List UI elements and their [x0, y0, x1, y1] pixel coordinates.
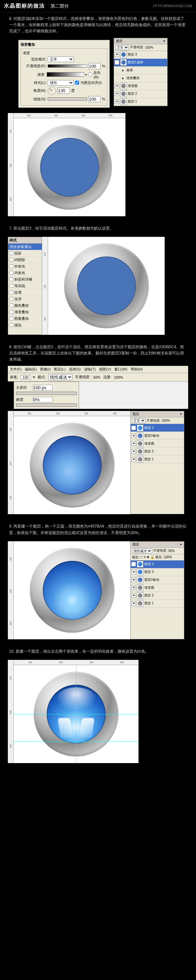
visibility-icon[interactable]: 👁 — [131, 449, 136, 454]
style-item[interactable]: 斜面和浮雕 — [8, 276, 42, 283]
visibility-icon[interactable]: 👁 — [131, 585, 136, 590]
layer-row[interactable]: ●渐变叠加 — [114, 75, 167, 82]
layers-panel-8: 图层▸ 正常不透明度:100% 👁图层 3👁图层3备份👁渐变圆👁图层 2👁图层 … — [130, 411, 184, 514]
menu-item[interactable]: 选择(S) — [69, 367, 81, 372]
align-check[interactable] — [75, 81, 79, 84]
reverse-check[interactable] — [88, 73, 92, 76]
style-item[interactable]: 纹理 — [8, 290, 42, 296]
opacity-input[interactable] — [88, 63, 100, 69]
layer-row[interactable]: 👁图层3备份 — [131, 432, 184, 440]
page-title: 水晶图标的做法 — [4, 3, 45, 8]
style-item[interactable]: 渐变叠加 — [8, 309, 42, 315]
layer-row[interactable]: 👁图层 1 — [131, 600, 184, 608]
brush-diameter-input[interactable] — [33, 385, 53, 390]
panel-menu-icon[interactable]: ▸ — [164, 39, 165, 43]
layer-row[interactable]: 👁图层 3 — [114, 51, 167, 59]
step6-text: 6. 对图层3副本添加一个图层样式，选择渐变叠加，渐变颜色为黑色到白色，参数见图… — [0, 13, 196, 38]
layer-row[interactable]: 👁渐变圆 — [131, 440, 184, 447]
visibility-icon[interactable]: 👁 — [131, 601, 136, 606]
menu-item[interactable]: 文件(F) — [10, 367, 22, 372]
guide-v — [76, 665, 76, 763]
visibility-icon[interactable]: 👁 — [115, 91, 119, 96]
visibility-icon[interactable]: 👁 — [115, 84, 119, 88]
opacity-slider[interactable] — [48, 64, 87, 68]
inner-circle-flat — [40, 138, 99, 197]
menu-item[interactable]: 滤镜(T) — [84, 367, 96, 372]
menu-item[interactable]: 编辑(E) — [25, 367, 37, 372]
layers-panel-6: 图层▸ 正常不透明度:100% 👁图层 3👁图层3 副本●效果●渐变叠加👁渐变圆… — [114, 38, 167, 106]
brush-mode-select[interactable]: 线性减淡 — [48, 374, 73, 380]
layer-row[interactable]: 👁图层 2 — [131, 447, 184, 455]
layer-row[interactable]: 👁图层 3 — [131, 568, 184, 576]
visibility-icon[interactable]: 👁 — [131, 426, 136, 430]
layer-row[interactable]: ●效果 — [114, 67, 167, 75]
style-select[interactable]: 线性 — [48, 80, 74, 86]
brush-size-btn[interactable]: 100 — [21, 375, 30, 380]
layer-row[interactable]: 👁图层 1 — [131, 455, 184, 463]
ruler-h: 100200300400 — [14, 113, 126, 118]
style-item[interactable]: 颜色叠加 — [8, 302, 42, 309]
step8-text: 8. 按住Ctrl键，点击图层3，选中这个选区。然后将前景色设置为这个图层的颜色… — [0, 341, 196, 366]
right-reflection — [80, 718, 94, 738]
step9-figure: 100200300 图层▸ 线性减淡不透明度:30% 锁定:□ ✎ ✚ 🔒填充:… — [8, 541, 184, 639]
visibility-icon[interactable]: 👁 — [131, 578, 136, 582]
visibility-icon[interactable]: 👁 — [131, 570, 136, 574]
layer-row[interactable]: 👁渐变圆 — [114, 82, 167, 90]
brush-popup: 主直径 硬度: — [14, 382, 79, 409]
style-item[interactable]: 描边 — [8, 322, 42, 329]
layer-style-list: 样式 混合选项:默认投影内阴影外发光内发光斜面和浮雕等高线纹理光泽颜色叠加渐变叠… — [8, 237, 42, 335]
page-part: 第二部分 — [51, 3, 69, 8]
layer-row[interactable]: 👁图层 2 — [131, 592, 184, 600]
menubar: 文件(F)编辑(E)图像(I)图层(L)选择(S)滤镜(T)视图(V)窗口(W)… — [8, 366, 188, 373]
menu-item[interactable]: 窗口(W) — [114, 367, 127, 372]
menu-item[interactable]: 帮助(H) — [131, 367, 143, 372]
layer-row[interactable]: 👁图层3 副本 — [114, 59, 167, 67]
visibility-icon[interactable]: 👁 — [115, 99, 119, 104]
visibility-icon[interactable]: 👁 — [115, 60, 119, 65]
layer-row[interactable]: 👁渐变圆 — [131, 584, 184, 592]
step10-text: 10. 新建一个图层，画出左右两个形状来，有一定的羽化效果，颜色设置为白色。 — [0, 645, 196, 658]
layer-row[interactable]: 👁图层 2 — [114, 90, 167, 98]
menu-item[interactable]: 图像(I) — [40, 367, 51, 372]
diameter-slider[interactable] — [16, 392, 77, 395]
step7-text: 7. 双击图层3，给它添加图层样式。各项参数都为默认设置。 — [0, 222, 196, 235]
layer-row[interactable]: 👁图层3备份 — [131, 576, 184, 584]
brush-hardness-input[interactable] — [33, 397, 53, 402]
visibility-icon[interactable]: 👁 — [131, 562, 136, 566]
menu-item[interactable]: 视图(V) — [99, 367, 111, 372]
scale-input[interactable] — [88, 96, 100, 102]
step8-figure: 100200300 100200300400 图层▸ 正常不透明度:100% 👁… — [8, 411, 184, 514]
visibility-icon[interactable]: 👁 — [131, 433, 136, 438]
dlg-sub: 渐变 — [23, 51, 105, 56]
style-item[interactable]: 等高线 — [8, 283, 42, 290]
layer-row[interactable]: 👁图层 1 — [114, 98, 167, 106]
visibility-icon[interactable]: 👁 — [131, 593, 136, 598]
hardness-slider[interactable] — [16, 403, 77, 407]
dlg-title: 渐变叠加 — [21, 42, 107, 47]
visibility-icon[interactable]: 👁 — [131, 441, 136, 446]
inner-circle-glow — [43, 436, 102, 495]
style-item[interactable]: 投影 — [8, 250, 42, 257]
step10-figure: 100200300 100200300400 — [8, 660, 139, 763]
layer-row[interactable]: 👁图层 3 — [131, 560, 184, 568]
visibility-icon[interactable]: 👁 — [131, 457, 136, 461]
ruler-v: 100200300 — [42, 237, 48, 335]
style-item[interactable]: 内发光 — [8, 270, 42, 276]
scale-slider[interactable] — [48, 97, 87, 100]
menu-item[interactable]: 图层(L) — [54, 367, 65, 372]
angle-dial[interactable] — [48, 87, 56, 95]
style-item[interactable]: 图案叠加 — [8, 315, 42, 322]
layers-panel-9: 图层▸ 线性减淡不透明度:30% 锁定:□ ✎ ✚ 🔒填充:100% 👁图层 3… — [130, 541, 184, 639]
visibility-icon[interactable]: 👁 — [115, 52, 119, 57]
gradient-preview[interactable] — [47, 72, 84, 77]
step9-text: 9. 再新建一个图层，画一个正圆，填充颜色为#457BA9，然后对其进行自由变换… — [0, 520, 196, 539]
layer-row[interactable]: 👁图层 3 — [131, 424, 184, 432]
angle-input[interactable] — [57, 88, 70, 94]
style-item[interactable]: 混合选项:默认 — [8, 244, 42, 250]
ruler-v: 100200300 — [8, 113, 14, 216]
style-item[interactable]: 光泽 — [8, 296, 42, 302]
gradient-overlay-dialog: 渐变叠加 渐变 混合模式:正常 不透明度(P):% 渐变:▾反向(R) 样式(L… — [18, 40, 110, 108]
style-item[interactable]: 内阴影 — [8, 257, 42, 263]
blend-mode-select[interactable]: 正常 — [48, 57, 74, 62]
style-item[interactable]: 外发光 — [8, 263, 42, 270]
